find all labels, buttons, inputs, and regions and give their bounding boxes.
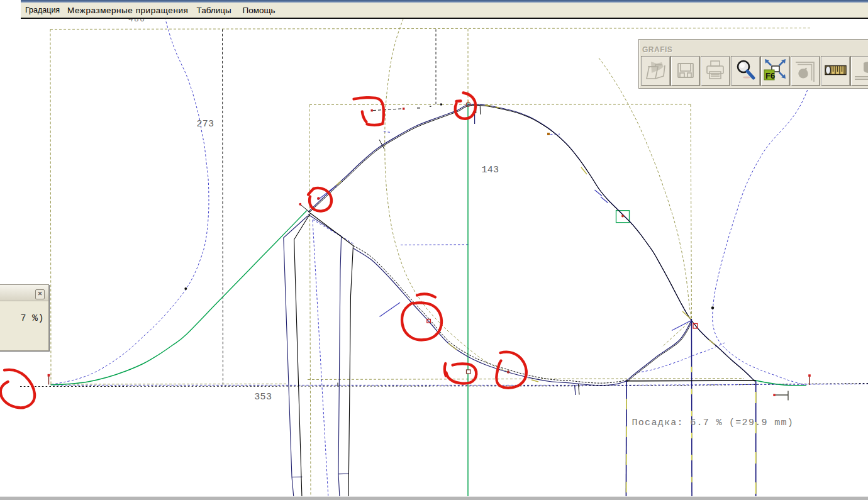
svg-text:F6: F6 [765, 71, 775, 81]
